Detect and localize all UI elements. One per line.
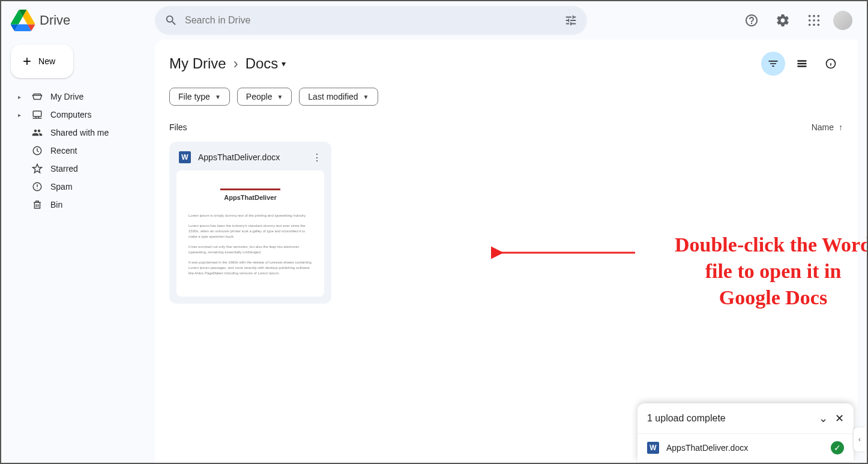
arrow-up-icon: ↑ — [839, 122, 843, 132]
caret-down-icon: ▼ — [277, 94, 283, 100]
list-view-icon[interactable] — [790, 52, 814, 76]
svg-point-4 — [813, 19, 815, 22]
svg-point-2 — [818, 15, 820, 17]
caret-down-icon: ▾ — [282, 59, 286, 68]
breadcrumb: My Drive › Docs ▾ — [169, 55, 286, 72]
caret-down-icon: ▼ — [363, 94, 369, 100]
search-icon — [164, 14, 178, 27]
sidebar-item-mydrive[interactable]: ▸ My Drive — [11, 88, 145, 106]
chip-modified[interactable]: Last modified▼ — [299, 88, 378, 106]
svg-point-5 — [818, 19, 820, 22]
check-icon: ✓ — [831, 441, 844, 454]
sidebar: + New ▸ My Drive ▸ Computers ▸ Shared wi… — [1, 40, 155, 463]
new-button[interactable]: + New — [11, 44, 73, 78]
filter-toggle-icon[interactable] — [761, 52, 785, 76]
word-file-icon: W — [647, 442, 659, 454]
shared-icon — [31, 127, 43, 138]
close-icon[interactable]: ✕ — [835, 412, 844, 425]
apps-icon[interactable] — [802, 8, 826, 32]
mydrive-icon — [31, 91, 43, 102]
search-bar[interactable] — [155, 6, 587, 35]
main-panel: My Drive › Docs ▾ File type▼ People▼ Las… — [155, 40, 857, 463]
settings-icon[interactable] — [771, 8, 795, 32]
drive-logo-icon — [11, 8, 35, 32]
tune-icon[interactable] — [564, 14, 577, 27]
logo-area[interactable]: Drive — [11, 8, 155, 32]
filter-chips: File type▼ People▼ Last modified▼ — [169, 88, 843, 106]
sidebar-label: Starred — [50, 164, 78, 173]
file-card[interactable]: W AppsThatDeliver.docx ⋮ AppsThatDeliver… — [169, 142, 331, 304]
sidebar-item-bin[interactable]: ▸ Bin — [11, 196, 145, 214]
help-icon[interactable] — [740, 8, 764, 32]
sidebar-label: Shared with me — [50, 128, 109, 137]
sidebar-item-shared[interactable]: ▸ Shared with me — [11, 124, 145, 142]
search-input[interactable] — [185, 15, 557, 26]
avatar[interactable] — [833, 11, 852, 30]
computers-icon — [31, 109, 43, 120]
view-controls — [761, 52, 843, 76]
toast-file-name: AppsThatDeliver.docx — [666, 443, 824, 453]
file-name: AppsThatDeliver.docx — [198, 152, 305, 162]
chevron-right-icon: › — [234, 55, 238, 72]
expand-icon[interactable]: ▸ — [18, 94, 24, 100]
info-icon[interactable] — [819, 52, 843, 76]
more-icon[interactable]: ⋮ — [312, 152, 322, 163]
caret-down-icon: ▼ — [215, 94, 221, 100]
word-file-icon: W — [179, 151, 191, 163]
plus-icon: + — [23, 54, 31, 68]
svg-rect-9 — [33, 111, 41, 116]
sidebar-item-spam[interactable]: ▸ Spam — [11, 178, 145, 196]
new-button-label: New — [38, 56, 55, 66]
star-icon — [31, 163, 43, 174]
app-title: Drive — [40, 13, 70, 28]
bin-icon — [31, 199, 43, 210]
chip-filetype[interactable]: File type▼ — [169, 88, 230, 106]
svg-point-7 — [813, 24, 815, 26]
sidebar-item-computers[interactable]: ▸ Computers — [11, 106, 145, 124]
svg-point-8 — [818, 24, 820, 26]
svg-point-0 — [809, 15, 811, 17]
sidebar-label: Computers — [50, 110, 91, 119]
recent-icon — [31, 145, 43, 156]
sidebar-label: Bin — [50, 200, 62, 209]
breadcrumb-current[interactable]: Docs ▾ — [246, 55, 286, 72]
expand-icon[interactable]: ▸ — [18, 112, 24, 118]
sidebar-label: Spam — [50, 182, 73, 191]
chevron-down-icon[interactable]: ⌄ — [819, 412, 828, 425]
svg-point-3 — [809, 19, 811, 22]
spam-icon — [31, 181, 43, 192]
file-thumbnail: AppsThatDeliver Lorem ipsum is simply du… — [176, 170, 324, 297]
svg-point-1 — [813, 15, 815, 17]
toast-file-row[interactable]: W AppsThatDeliver.docx ✓ — [637, 433, 854, 462]
header-actions — [740, 8, 857, 32]
side-panel-toggle[interactable]: ‹ — [854, 427, 866, 451]
svg-point-6 — [809, 24, 811, 26]
sidebar-label: My Drive — [50, 92, 83, 101]
sort-control[interactable]: Name ↑ — [812, 122, 843, 132]
section-files-label: Files — [169, 122, 187, 132]
sidebar-label: Recent — [50, 146, 77, 155]
sidebar-item-starred[interactable]: ▸ Starred — [11, 160, 145, 178]
app-header: Drive — [1, 1, 867, 40]
breadcrumb-root[interactable]: My Drive — [169, 55, 226, 72]
toast-title: 1 upload complete — [647, 413, 726, 424]
sidebar-item-recent[interactable]: ▸ Recent — [11, 142, 145, 160]
upload-toast: 1 upload complete ⌄ ✕ W AppsThatDeliver.… — [637, 403, 854, 462]
chip-people[interactable]: People▼ — [237, 88, 292, 106]
